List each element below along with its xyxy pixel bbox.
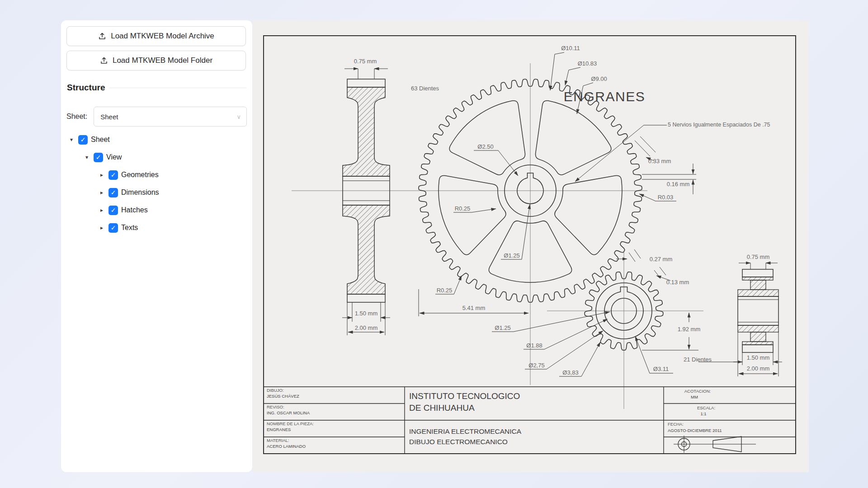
dimension-labels: 0.75 mm 63 Dientes Ø10.11 Ø10.83 Ø9.00 E… (354, 45, 770, 376)
tb-pieza-value: ENGRANES (267, 427, 291, 432)
spoke-cutout (535, 101, 611, 175)
structure-header: Structure (67, 83, 246, 93)
tb-institute-line1: INSTITUTO TECNOLOGICO (409, 391, 520, 401)
title-block: DIBUJO: JESÚS CHÁVEZ REVISO: ING. OSCAR … (264, 387, 796, 454)
dim-label: Ø2.50 (477, 143, 493, 150)
dim-label: Ø1.25 (504, 252, 519, 259)
tb-program-line1: INGENIERIA ELECTROMECANICA (409, 427, 522, 435)
dim-label: R0.03 (658, 194, 674, 201)
caret-down-icon[interactable]: ▾ (68, 136, 75, 143)
sidebar-panel: Load MTKWEB Model Archive Load MTKWEB Mo… (61, 20, 252, 472)
tree-label-geometries: Geometries (121, 171, 159, 179)
tb-escala-label: ESCALA: (697, 405, 715, 410)
tree-item-view[interactable]: ▾ ✓ View (84, 149, 122, 166)
small-gear-section-view (738, 269, 778, 352)
spoke-cutout (449, 101, 525, 175)
tree-item-texts[interactable]: ▸ ✓ Texts (99, 219, 138, 236)
upload-icon (98, 32, 106, 40)
tb-pieza-label: NOMBRE DE LA PIEZA: (267, 421, 314, 426)
tb-reviso-value: ING. OSCAR MOLINA (267, 410, 310, 415)
dim-label: 0.33 mm (648, 158, 671, 164)
tb-reviso-label: REVISO: (267, 404, 284, 409)
tree-label-texts: Texts (121, 224, 138, 232)
spoke-cutout (439, 175, 506, 254)
drawing-canvas: 0.75 mm 63 Dientes Ø10.11 Ø10.83 Ø9.00 E… (253, 20, 809, 472)
large-gear-teeth-count: 63 Dientes (411, 85, 439, 92)
sheet-select-value: Sheet (100, 113, 236, 121)
load-archive-button[interactable]: Load MTKWEB Model Archive (66, 26, 246, 46)
dim-label: Ø2,75 (528, 362, 544, 369)
chevron-down-icon: ∨ (236, 113, 241, 120)
dim-label: Ø10.11 (561, 45, 580, 52)
dim-label: Ø3.11 (653, 366, 669, 372)
checkbox-hatches[interactable]: ✓ (108, 206, 118, 215)
tb-material-value: ACERO LAMINADO (267, 444, 306, 449)
load-folder-label: Load MTKWEB Model Folder (113, 56, 212, 65)
sheet-select[interactable]: Sheet ∨ (94, 107, 247, 127)
tb-program-line2: DIBUJO ELECTROMECANICO (409, 438, 508, 446)
dim-label: Ø3,83 (562, 369, 578, 376)
tb-institute-line2: DE CHIHUAHUA (409, 403, 475, 413)
centerlines (292, 63, 703, 409)
dim-label: 0.16 mm (667, 181, 690, 188)
tb-material-label: MATERIAL: (267, 438, 289, 443)
dim-label: 0.75 mm (747, 253, 770, 260)
drawing-viewport[interactable]: 0.75 mm 63 Dientes Ø10.11 Ø10.83 Ø9.00 E… (253, 20, 809, 472)
spoke-cutout (555, 175, 622, 254)
upload-icon (100, 56, 108, 65)
dim-label: Ø9.00 (591, 75, 607, 82)
checkbox-sheet[interactable]: ✓ (78, 135, 88, 145)
tree-item-hatches[interactable]: ▸ ✓ Hatches (99, 202, 148, 219)
divider (109, 88, 246, 88)
tree-label-dimensions: Dimensions (121, 188, 159, 197)
small-gear-teeth-count: 21 Dientes (684, 356, 712, 363)
dim-label: R0.25 (437, 287, 453, 294)
dim-label: 1.50 mm (355, 310, 378, 317)
tb-fecha-value: AGOSTO-DICIEMBRE 2011 (668, 428, 722, 433)
tree-label-sheet: Sheet (91, 136, 110, 144)
load-folder-button[interactable]: Load MTKWEB Model Folder (66, 51, 246, 70)
tb-dibujo-value: JESÚS CHÁVEZ (267, 394, 299, 399)
structure-heading: Structure (67, 83, 105, 93)
checkbox-dimensions[interactable]: ✓ (108, 188, 118, 197)
tree-item-dimensions[interactable]: ▸ ✓ Dimensions (99, 184, 159, 201)
nervios-note: 5 Nervios Igualmente Espaciados De .75 (668, 122, 770, 128)
dim-label: 0.75 mm (354, 58, 377, 65)
tb-acotacion-value: MM (691, 394, 698, 399)
dim-label: R0.25 (455, 205, 471, 212)
dim-label: 0.13 mm (666, 279, 689, 286)
dim-label: 1.92 mm (678, 326, 701, 333)
tree-item-geometries[interactable]: ▸ ✓ Geometries (99, 166, 159, 183)
dim-label: 2.00 mm (355, 324, 378, 331)
sheet-frame (264, 36, 796, 454)
tree-label-view: View (106, 153, 122, 161)
checkbox-geometries[interactable]: ✓ (108, 170, 118, 180)
caret-right-icon[interactable]: ▸ (99, 189, 105, 196)
tb-dibujo-label: DIBUJO: (267, 388, 283, 393)
dim-label: Ø1.25 (495, 324, 510, 331)
dim-label: Ø10.83 (578, 60, 597, 67)
checkbox-texts[interactable]: ✓ (108, 223, 118, 233)
checkbox-view[interactable]: ✓ (94, 153, 103, 162)
tb-fecha-label: FECHA: (668, 422, 684, 427)
tree-item-sheet[interactable]: ▾ ✓ Sheet (68, 131, 110, 148)
dim-label: Ø1.88 (526, 342, 542, 349)
load-archive-label: Load MTKWEB Model Archive (111, 32, 214, 41)
caret-right-icon[interactable]: ▸ (99, 207, 105, 213)
projection-symbol-icon (674, 436, 756, 453)
caret-right-icon[interactable]: ▸ (99, 172, 105, 178)
caret-right-icon[interactable]: ▸ (99, 225, 105, 231)
caret-down-icon[interactable]: ▾ (84, 154, 90, 160)
sheet-label: Sheet: (66, 113, 87, 121)
dim-label: 5.41 mm (462, 305, 486, 311)
dim-label: 0.27 mm (650, 256, 673, 263)
dimension-lines (342, 52, 782, 376)
tree-label-hatches: Hatches (121, 206, 148, 214)
dim-label: 2.00 mm (747, 365, 770, 372)
drawing-title: ENGRANES (564, 89, 645, 104)
dim-label: 1.50 mm (747, 354, 770, 361)
sheet-selector-row: Sheet: Sheet ∨ (66, 107, 247, 126)
tb-escala-value: 1:1 (700, 411, 706, 416)
tb-acotacion-label: ACOTACION: (684, 389, 711, 394)
